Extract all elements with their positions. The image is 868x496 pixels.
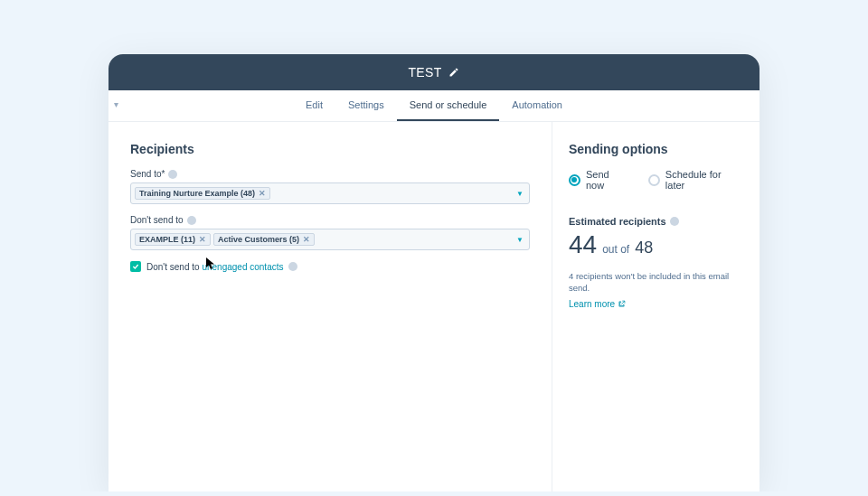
unengaged-checkbox[interactable] bbox=[130, 261, 141, 272]
recipients-heading: Recipients bbox=[130, 142, 530, 156]
content: Recipients Send to* Training Nurture Exa… bbox=[108, 122, 760, 491]
estimated-recipients-count: 44 out of 48 bbox=[569, 230, 743, 259]
remove-chip-icon[interactable]: ✕ bbox=[199, 236, 206, 244]
remove-chip-icon[interactable]: ✕ bbox=[303, 236, 310, 244]
radio-icon bbox=[648, 174, 660, 186]
tab-edit[interactable]: Edit bbox=[293, 90, 335, 121]
tabs: ▾ Edit Settings Send or schedule Automat… bbox=[108, 90, 760, 122]
learn-more-link[interactable]: Learn more bbox=[569, 299, 626, 309]
edit-title-icon[interactable] bbox=[448, 67, 459, 78]
recipient-total: 48 bbox=[635, 239, 653, 257]
dropdown-arrow-icon[interactable]: ▼ bbox=[516, 190, 524, 198]
chevron-down-icon[interactable]: ▾ bbox=[114, 99, 118, 109]
unengaged-checkbox-row: Don't send to unengaged contacts bbox=[130, 261, 530, 272]
page-title: TEST bbox=[409, 65, 442, 80]
recipient-chip: Training Nurture Example (48) ✕ bbox=[135, 187, 270, 200]
remove-chip-icon[interactable]: ✕ bbox=[259, 190, 266, 198]
dropdown-arrow-icon[interactable]: ▼ bbox=[516, 236, 524, 244]
recipient-chip: Active Customers (5) ✕ bbox=[213, 233, 315, 246]
tab-settings[interactable]: Settings bbox=[335, 90, 397, 121]
recipient-chip: EXAMPLE (11) ✕ bbox=[135, 233, 211, 246]
send-to-select[interactable]: Training Nurture Example (48) ✕ ▼ bbox=[130, 182, 530, 204]
recipients-panel: Recipients Send to* Training Nurture Exa… bbox=[108, 122, 552, 491]
send-to-label: Send to* bbox=[130, 169, 530, 179]
info-icon[interactable] bbox=[288, 262, 297, 271]
sending-options-panel: Sending options Send now Schedule for la… bbox=[552, 122, 760, 491]
info-icon[interactable] bbox=[168, 170, 177, 179]
topbar: TEST bbox=[108, 54, 760, 90]
cursor-icon bbox=[206, 257, 215, 274]
radio-icon bbox=[569, 174, 580, 186]
tab-automation[interactable]: Automation bbox=[499, 90, 575, 121]
info-icon[interactable] bbox=[670, 217, 679, 226]
sending-options-heading: Sending options bbox=[569, 142, 743, 156]
sending-radio-group: Send now Schedule for later bbox=[569, 169, 743, 191]
dont-send-to-label: Don't send to bbox=[130, 215, 530, 225]
estimated-recipients-label: Estimated recipients bbox=[569, 216, 743, 227]
tab-send-or-schedule[interactable]: Send or schedule bbox=[397, 90, 500, 121]
dont-send-to-select[interactable]: EXAMPLE (11) ✕ Active Customers (5) ✕ ▼ bbox=[130, 229, 530, 250]
app-window: TEST ▾ Edit Settings Send or schedule Au… bbox=[108, 54, 760, 491]
radio-send-now[interactable]: Send now bbox=[569, 169, 630, 191]
radio-schedule-later[interactable]: Schedule for later bbox=[648, 169, 743, 191]
recipient-count: 44 bbox=[569, 230, 597, 259]
info-icon[interactable] bbox=[187, 216, 196, 225]
exclusion-note: 4 recipients won't be included in this e… bbox=[569, 270, 743, 295]
